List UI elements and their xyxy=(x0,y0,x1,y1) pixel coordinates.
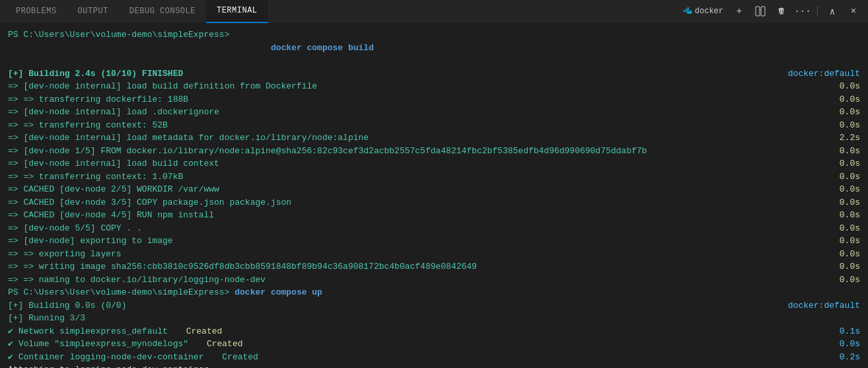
divider xyxy=(817,6,818,17)
building2-line: [+] Building 0.0s (0/0) docker:default xyxy=(8,299,860,313)
add-terminal-button[interactable]: + xyxy=(730,2,748,20)
svg-rect-1 xyxy=(685,11,686,12)
build-line-5: => [dev-node 1/5] FROM docker.io/library… xyxy=(8,145,860,158)
svg-rect-7 xyxy=(761,7,765,16)
prompt-line-1: PS C:\Users\User\volume-demo\simpleExpre… xyxy=(8,28,860,67)
svg-rect-2 xyxy=(687,11,688,12)
build-line-0: => [dev-node internal] load build defini… xyxy=(8,80,860,93)
building-line: [+] Building 2.4s (10/10) FINISHED docke… xyxy=(8,67,860,81)
network-status: Created xyxy=(186,326,223,336)
container-time: 0.2s xyxy=(840,351,860,364)
tab-debug-console[interactable]: DEBUG CONSOLE xyxy=(119,0,206,23)
volume-text: ✔ Volume "simpleexpress_mynodelogs" Crea… xyxy=(8,338,243,351)
build-line-12: => [dev-node] exporting to image 0.0s xyxy=(8,235,860,248)
container-text: ✔ Container logging-node-dev-container C… xyxy=(8,351,258,364)
build-line-2: => [dev-node internal] load .dockerignor… xyxy=(8,106,860,119)
build-line-10: => CACHED [dev-node 4/5] RUN npm install… xyxy=(8,209,860,222)
prompt-line-2: PS C:\Users\User\volume-demo\simpleExpre… xyxy=(8,286,860,299)
svg-rect-5 xyxy=(687,7,688,9)
split-terminal-button[interactable] xyxy=(751,2,770,20)
build-line-1: => => transferring dockerfile: 188B 0.0s xyxy=(8,93,860,106)
attaching-text: Attaching to logging-node-dev-container xyxy=(8,363,209,368)
volume-status: Created xyxy=(207,339,243,349)
volume-time: 0.0s xyxy=(840,338,860,351)
tab-problems[interactable]: PROBLEMS xyxy=(5,0,67,23)
svg-rect-3 xyxy=(685,9,686,11)
build-line-15: => => naming to docker.io/library/loggin… xyxy=(8,274,860,287)
building2-text: [+] Building 0.0s (0/0) xyxy=(8,299,126,313)
close-panel-button[interactable]: × xyxy=(844,2,863,20)
volume-line: ✔ Volume "simpleexpress_mynodelogs" Crea… xyxy=(8,338,860,351)
split-icon xyxy=(755,6,766,17)
maximize-panel-button[interactable]: ∧ xyxy=(823,2,842,20)
more-options-button[interactable]: ··· xyxy=(793,2,812,20)
attaching-line: Attaching to logging-node-dev-container xyxy=(8,363,860,368)
network-time: 0.1s xyxy=(840,325,860,338)
docker-icon xyxy=(683,7,692,16)
docker-label: docker xyxy=(679,7,727,16)
tab-bar: PROBLEMS OUTPUT DEBUG CONSOLE TERMINAL d… xyxy=(0,0,868,23)
tab-terminal[interactable]: TERMINAL xyxy=(206,0,268,23)
building-text: [+] Building 2.4s (10/10) FINISHED xyxy=(8,67,183,81)
network-text: ✔ Network simpleexpress_default Created xyxy=(8,325,222,338)
build-line-3: => => transferring context: 52B 0.0s xyxy=(8,119,860,132)
build-line-13: => => exporting layers 0.0s xyxy=(8,248,860,261)
docker-default-1: docker:default xyxy=(788,67,860,81)
build-line-6: => [dev-node internal] load build contex… xyxy=(8,157,860,170)
container-line: ✔ Container logging-node-dev-container C… xyxy=(8,351,860,364)
network-line: ✔ Network simpleexpress_default Created … xyxy=(8,325,860,338)
svg-rect-4 xyxy=(687,9,688,11)
build-line-9: => CACHED [dev-node 3/5] COPY package.js… xyxy=(8,196,860,209)
tab-output[interactable]: OUTPUT xyxy=(67,0,119,23)
docker-label-text: docker xyxy=(695,7,723,16)
prompt-2-path: PS C:\Users\User\volume-demo\simpleExpre… xyxy=(8,286,229,299)
trash-icon xyxy=(777,7,786,16)
build-line-7: => => transferring context: 1.07kB 0.0s xyxy=(8,170,860,184)
docker-default-2: docker:default xyxy=(788,299,860,313)
container-status: Created xyxy=(222,352,258,362)
running-text: [+] Running 3/3 xyxy=(8,312,85,325)
terminal-panel[interactable]: PS C:\Users\User\volume-demo\simpleExpre… xyxy=(0,23,868,368)
cmd-2: docker compose up xyxy=(229,286,322,299)
build-line-11: => [dev-node 5/5] COPY . . 0.0s xyxy=(8,222,860,235)
cmd-1: docker compose build xyxy=(229,28,373,67)
build-line-14: => => writing image sha256:cbb3810c9526d… xyxy=(8,260,860,274)
delete-terminal-button[interactable] xyxy=(772,2,791,20)
svg-rect-6 xyxy=(756,7,760,16)
build-line-4: => [dev-node internal] load metadata for… xyxy=(8,131,860,145)
svg-rect-0 xyxy=(683,11,684,12)
running-line: [+] Running 3/3 xyxy=(8,312,860,325)
toolbar-right: docker + ··· ∧ × xyxy=(679,2,863,20)
build-line-8: => CACHED [dev-node 2/5] WORKDIR /var/ww… xyxy=(8,183,860,196)
prompt-1-path: PS C:\Users\User\volume-demo\simpleExpre… xyxy=(8,28,229,42)
